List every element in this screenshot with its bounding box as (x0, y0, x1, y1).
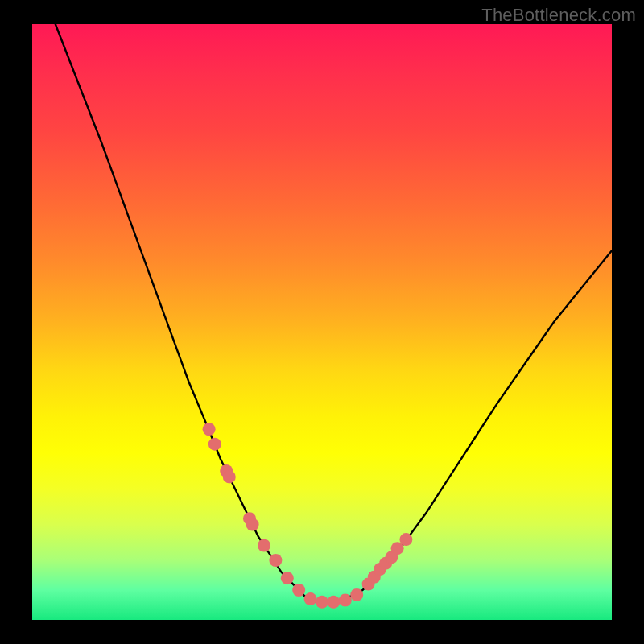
curve-layer (32, 24, 612, 620)
bottleneck-curve (56, 24, 612, 602)
data-marker (316, 596, 328, 609)
data-marker (339, 594, 352, 607)
data-marker (246, 518, 259, 531)
data-marker (269, 554, 282, 567)
data-marker (208, 438, 221, 451)
data-marker (203, 423, 216, 436)
marker-group (203, 423, 413, 609)
data-marker (292, 584, 305, 597)
watermark-label: TheBottleneck.com (481, 5, 636, 26)
data-marker (350, 588, 363, 601)
data-marker (304, 592, 317, 605)
data-marker (399, 533, 412, 546)
data-marker (223, 470, 236, 483)
data-marker (327, 596, 340, 609)
data-marker (258, 539, 270, 552)
chart-stage: TheBottleneck.com (0, 0, 644, 644)
data-marker (281, 572, 294, 584)
